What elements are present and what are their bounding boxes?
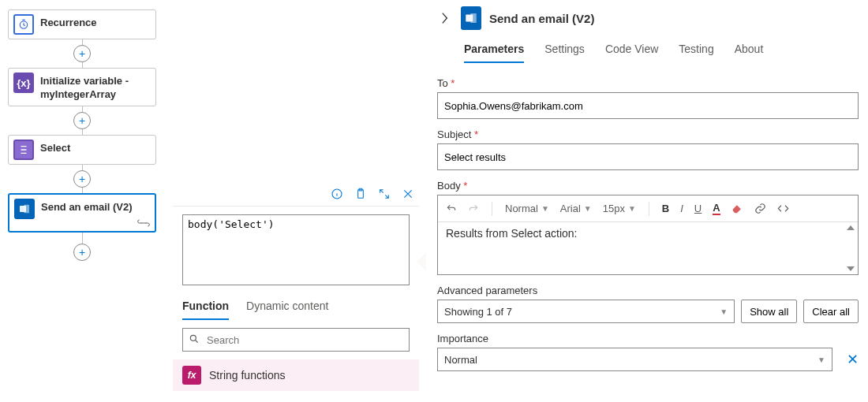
outlook-icon	[461, 6, 481, 30]
advanced-select[interactable]: Showing 1 of 7 ▼	[437, 300, 735, 323]
field-label: Body *	[437, 180, 859, 192]
expression-textarea[interactable]: body('Select')	[182, 214, 410, 285]
workflow-canvas: Recurrence + {x} Initialize variable - m…	[8, 9, 166, 261]
clear-all-button[interactable]: Clear all	[803, 300, 859, 323]
fx-icon: fx	[182, 366, 201, 385]
clipboard-icon[interactable]	[354, 188, 367, 200]
search-field	[182, 328, 410, 352]
svg-point-6	[190, 335, 196, 341]
subject-input[interactable]	[437, 143, 859, 170]
info-icon[interactable]	[331, 188, 343, 200]
to-input[interactable]	[437, 92, 859, 119]
popup-toolbar	[173, 181, 419, 207]
chevron-down-icon: ▼	[720, 307, 728, 316]
node-label: Select	[40, 140, 70, 155]
search-icon	[189, 333, 200, 344]
editor-toolbar: Normal▼ Arial▼ 15px▼ B I U A	[438, 195, 858, 222]
string-functions-row[interactable]: fx String functions	[173, 359, 419, 391]
tab-parameters[interactable]: Parameters	[464, 43, 524, 63]
connector: +	[8, 233, 156, 261]
field-label: Subject *	[437, 128, 859, 140]
tab-function[interactable]: Function	[182, 295, 229, 320]
add-step-button[interactable]: +	[73, 45, 91, 62]
node-label: Send an email (V2)	[41, 199, 133, 214]
field-label: To *	[437, 77, 859, 89]
node-label: Initialize variable - myIntegerArray	[40, 73, 151, 102]
add-step-button[interactable]: +	[73, 112, 91, 129]
expand-icon[interactable]	[378, 188, 391, 200]
underline-icon[interactable]: U	[694, 203, 702, 214]
add-step-button[interactable]: +	[73, 244, 91, 261]
popup-pointer	[417, 252, 426, 271]
field-to: To *	[437, 77, 859, 119]
select-icon	[13, 140, 34, 160]
svg-rect-2	[24, 204, 29, 213]
field-importance: Importance Normal ▼ ✕	[437, 333, 859, 371]
link-icon	[137, 218, 150, 228]
font-color-icon[interactable]: A	[713, 202, 720, 215]
redo-icon[interactable]	[468, 203, 479, 214]
chevron-down-icon: ▼	[817, 355, 825, 364]
undo-icon[interactable]	[446, 203, 457, 214]
connector: +	[8, 106, 156, 135]
body-textarea[interactable]: Results from Select action:	[438, 222, 858, 274]
node-label: Recurrence	[40, 14, 97, 30]
body-editor: Normal▼ Arial▼ 15px▼ B I U A Results fro…	[437, 195, 859, 275]
tab-settings[interactable]: Settings	[544, 43, 585, 63]
code-icon[interactable]	[777, 203, 789, 214]
field-subject: Subject *	[437, 128, 859, 170]
close-icon[interactable]	[402, 188, 414, 200]
add-step-button[interactable]: +	[73, 170, 91, 188]
string-functions-label: String functions	[209, 369, 286, 382]
advanced-label: Advanced parameters	[437, 285, 859, 296]
search-input[interactable]	[182, 328, 410, 352]
popup-tabs: Function Dynamic content	[173, 295, 419, 320]
tab-testing[interactable]: Testing	[679, 43, 713, 63]
node-recurrence[interactable]: Recurrence	[8, 9, 156, 39]
node-send-email[interactable]: Send an email (V2)	[8, 193, 156, 233]
bold-icon[interactable]: B	[662, 203, 669, 214]
variable-icon: {x}	[13, 73, 34, 93]
collapse-icon[interactable]	[437, 10, 453, 26]
remove-param-icon[interactable]: ✕	[847, 351, 859, 368]
panel-title: Send an email (V2)	[489, 12, 594, 25]
panel-tabs: Parameters Settings Code View Testing Ab…	[464, 43, 862, 63]
panel-header: Send an email (V2)	[437, 6, 862, 30]
connector: +	[8, 165, 156, 193]
italic-icon[interactable]: I	[680, 203, 683, 214]
field-body: Body * Normal▼ Arial▼ 15px▼ B I U A Resu…	[437, 180, 859, 275]
outlook-icon	[14, 199, 35, 219]
show-all-button[interactable]: Show all	[741, 300, 797, 323]
highlight-icon[interactable]	[731, 203, 743, 214]
size-select[interactable]: 15px▼	[603, 203, 636, 214]
field-advanced: Advanced parameters Showing 1 of 7 ▼ Sho…	[437, 285, 859, 323]
svg-rect-8	[470, 13, 477, 23]
recurrence-icon	[13, 14, 34, 35]
node-initialize-variable[interactable]: {x} Initialize variable - myIntegerArray	[8, 68, 156, 106]
tab-code-view[interactable]: Code View	[605, 43, 658, 63]
tab-dynamic-content[interactable]: Dynamic content	[246, 295, 328, 320]
node-select[interactable]: Select	[8, 135, 156, 165]
importance-label: Importance	[437, 333, 859, 344]
style-select[interactable]: Normal▼	[505, 203, 549, 214]
importance-select[interactable]: Normal ▼	[437, 348, 832, 371]
scroll-up-icon[interactable]	[847, 225, 855, 230]
details-panel: Send an email (V2) Parameters Settings C…	[426, 0, 868, 402]
tab-about[interactable]: About	[735, 43, 764, 63]
font-select[interactable]: Arial▼	[560, 203, 592, 214]
connector: +	[8, 39, 156, 68]
scroll-down-icon[interactable]	[847, 266, 855, 271]
expression-popup: body('Select') Function Dynamic content …	[173, 181, 419, 391]
link-icon[interactable]	[754, 203, 766, 214]
